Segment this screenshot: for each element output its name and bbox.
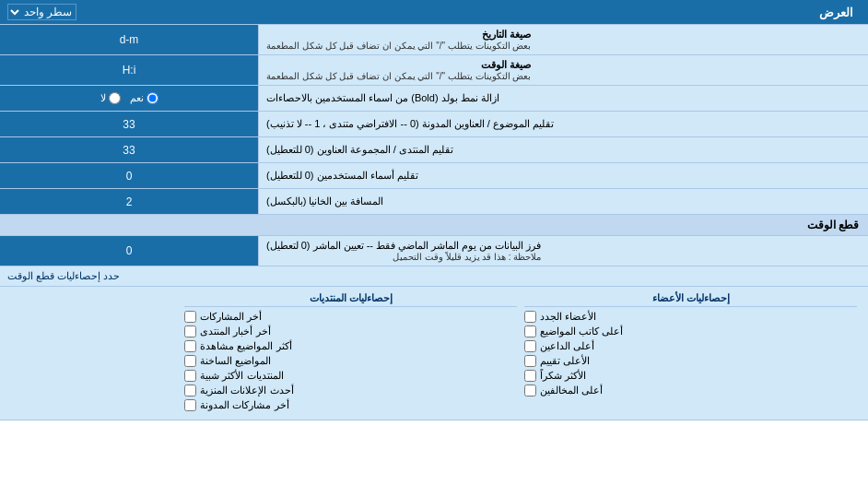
cb-item-last-blog-posts: أخر مشاركات المدونة <box>184 399 517 411</box>
time-format-input[interactable] <box>6 64 252 77</box>
space-between-row: المسافة بين الخانيا (بالبكسل) <box>0 189 868 215</box>
users-per-page-row: تقليم أسماء المستخدمين (0 للتعطيل) <box>0 163 868 189</box>
space-between-input[interactable] <box>6 195 252 208</box>
cutoff-section-header: قطع الوقت <box>0 215 868 236</box>
checkbox-columns-container: إحصاءليات الأعضاء الأعضاء الجدد أعلى كات… <box>7 292 861 414</box>
cb-item-most-like-forums: المنتديات الأكثر شبية <box>184 370 517 382</box>
cb-top-writer[interactable] <box>524 325 536 337</box>
dropdown-container[interactable]: سطر واحد سطران ثلاثة أسطر <box>7 4 82 20</box>
cb-item-latest-announcements: أحدث الإعلانات المنزية <box>184 385 517 396</box>
bold-radio-group: نعم لا <box>100 92 158 104</box>
time-format-label: صيغة الوقت بعض التكوينات يتطلب "/" التي … <box>258 55 868 85</box>
cb-item-top-inviters: أعلى الداعين <box>524 340 857 352</box>
cb-most-viewed[interactable] <box>184 340 196 352</box>
cb-last-blog-posts[interactable] <box>184 399 196 411</box>
display-mode-select[interactable]: سطر واحد سطران ثلاثة أسطر <box>7 4 76 20</box>
cb-latest-announcements[interactable] <box>184 385 196 396</box>
topics-per-page-input[interactable] <box>6 118 252 131</box>
cb-item-hot-topics: المواضيع الساخنة <box>184 355 517 367</box>
radio-no-label[interactable]: لا <box>100 92 121 104</box>
cb-new-members[interactable] <box>524 311 536 323</box>
cb-item-most-viewed: أكثر المواضيع مشاهدة <box>184 340 517 352</box>
cutoff-days-row: فرز البيانات من يوم الماشر الماضي فقط --… <box>0 236 868 266</box>
cb-most-thanks[interactable] <box>524 370 536 382</box>
time-format-row: صيغة الوقت بعض التكوينات يتطلب "/" التي … <box>0 55 868 86</box>
users-per-page-input-container <box>0 163 258 188</box>
cb-col-forums: إحصاءليات المنتديات أخر المشاركات أخر أخ… <box>181 292 521 414</box>
cb-top-rated[interactable] <box>524 355 536 367</box>
users-per-page-input[interactable] <box>6 170 252 183</box>
cb-hot-topics[interactable] <box>184 355 196 367</box>
date-format-label: صيغة التاريخ بعض التكوينات يتطلب "/" الت… <box>258 25 868 54</box>
bold-remove-radio-container: نعم لا <box>0 86 258 111</box>
radio-no[interactable] <box>109 92 121 104</box>
radio-yes-label[interactable]: نعم <box>130 92 158 104</box>
checkboxes-area: إحصاءليات الأعضاء الأعضاء الجدد أعلى كات… <box>0 287 868 420</box>
cutoff-days-label: فرز البيانات من يوم الماشر الماضي فقط --… <box>258 236 868 266</box>
cb-col-members: إحصاءليات الأعضاء الأعضاء الجدد أعلى كات… <box>521 292 861 414</box>
cb-col-empty <box>7 292 181 414</box>
date-format-input[interactable] <box>6 33 252 46</box>
bold-remove-row: ازالة نمط بولد (Bold) من اسماء المستخدمي… <box>0 86 868 112</box>
forum-per-page-input-container <box>0 137 258 162</box>
users-per-page-label: تقليم أسماء المستخدمين (0 للتعطيل) <box>258 163 868 188</box>
space-between-input-container <box>0 189 258 214</box>
radio-yes[interactable] <box>147 92 158 104</box>
topics-per-page-row: تقليم الموضوع / العناوين المدونة (0 -- ا… <box>0 112 868 137</box>
date-format-input-container <box>0 25 258 54</box>
cb-col-forums-header: إحصاءليات المنتديات <box>184 292 517 307</box>
cb-most-like-forums[interactable] <box>184 370 196 382</box>
space-between-label: المسافة بين الخانيا (بالبكسل) <box>258 189 868 214</box>
cb-item-last-forum-news: أخر أخبار المنتدى <box>184 325 517 337</box>
cb-last-posts[interactable] <box>184 311 196 323</box>
checkboxes-define: حدد إحصاءليات قطع الوقت <box>0 266 868 287</box>
forum-per-page-input[interactable] <box>6 144 252 157</box>
cutoff-days-input-container <box>0 236 258 266</box>
header-row: العرض سطر واحد سطران ثلاثة أسطر <box>0 0 868 25</box>
cb-item-new-members: الأعضاء الجدد <box>524 311 857 323</box>
cb-col-members-header: إحصاءليات الأعضاء <box>524 292 857 307</box>
forum-per-page-label: تقليم المنتدى / المجموعة العناوين (0 للت… <box>258 137 868 162</box>
cb-item-last-posts: أخر المشاركات <box>184 311 517 323</box>
date-format-row: صيغة التاريخ بعض التكوينات يتطلب "/" الت… <box>0 25 868 55</box>
forum-per-page-row: تقليم المنتدى / المجموعة العناوين (0 للت… <box>0 137 868 163</box>
cb-item-top-writer: أعلى كاتب المواضيع <box>524 325 857 337</box>
topics-per-page-input-container <box>0 112 258 136</box>
topics-per-page-label: تقليم الموضوع / العناوين المدونة (0 -- ا… <box>258 112 868 136</box>
cb-item-top-rated: الأعلى تقييم <box>524 355 857 367</box>
header-title: العرض <box>82 6 861 19</box>
cutoff-days-input[interactable] <box>6 244 252 257</box>
cb-item-most-thanks: الأكثر شكراً <box>524 370 857 382</box>
cb-last-forum-news[interactable] <box>184 325 196 337</box>
cb-top-violators[interactable] <box>524 385 536 396</box>
bold-remove-label: ازالة نمط بولد (Bold) من اسماء المستخدمي… <box>258 86 868 111</box>
cb-item-top-violators: أعلى المخالفين <box>524 385 857 396</box>
cb-top-inviters[interactable] <box>524 340 536 352</box>
time-format-input-container <box>0 55 258 85</box>
